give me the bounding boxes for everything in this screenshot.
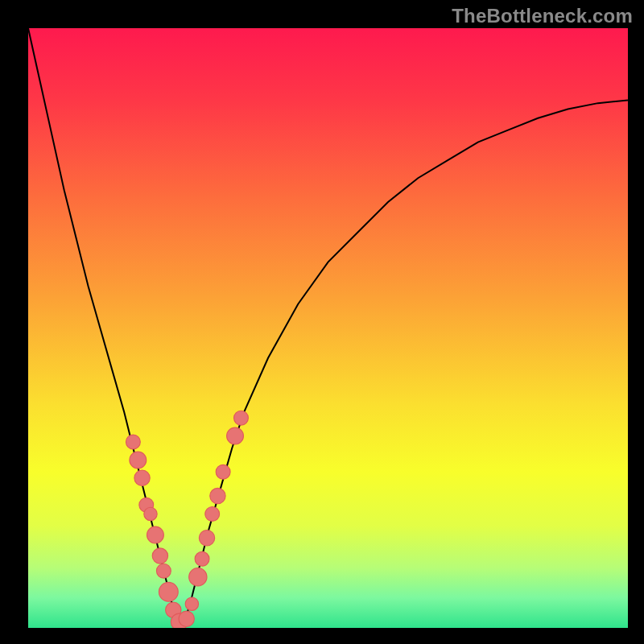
marker-point [185, 597, 198, 610]
marker-point [210, 488, 225, 503]
marker-point [147, 526, 164, 543]
chart-svg [28, 28, 628, 628]
marker-point [134, 470, 150, 485]
marker-point [189, 568, 207, 586]
frame: TheBottleneck.com [0, 0, 644, 644]
marker-point [179, 611, 194, 626]
marker-point [195, 551, 209, 566]
marker-point [152, 548, 167, 564]
marker-point [205, 507, 220, 522]
marker-point [159, 582, 178, 601]
marker-point [216, 464, 230, 479]
marker-point [234, 411, 249, 425]
marker-point [156, 564, 171, 578]
marker-point [130, 452, 147, 469]
watermark-text: TheBottleneck.com [452, 5, 633, 27]
marker-point [126, 435, 140, 449]
marker-point [199, 530, 214, 546]
marker-point [227, 427, 244, 444]
plot-area [28, 28, 628, 628]
marker-point [144, 507, 157, 520]
